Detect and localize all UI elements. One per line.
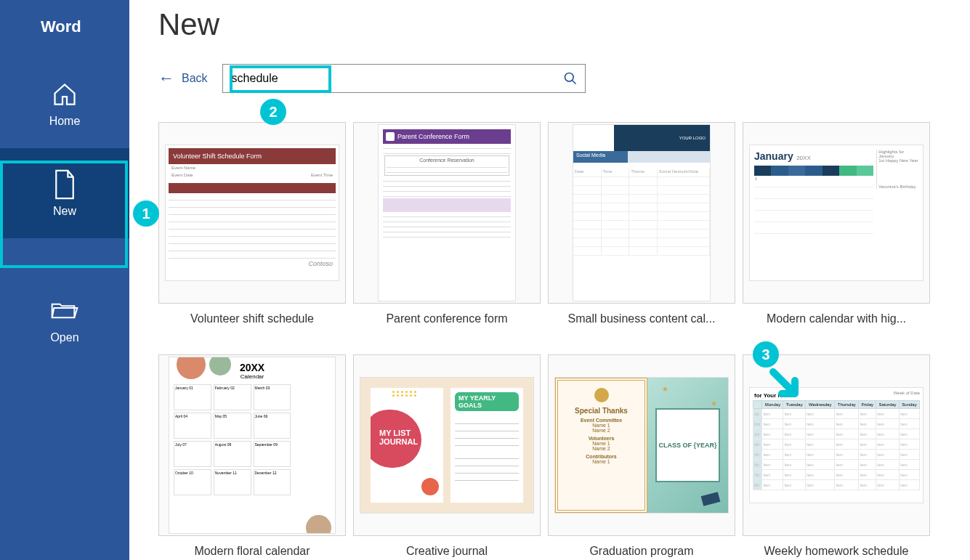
template-name: Weekly homework schedule [764, 545, 909, 558]
svg-point-0 [565, 73, 573, 82]
search-input[interactable] [223, 65, 556, 92]
template-name: Volunteer shift schedule [190, 312, 314, 325]
templates-grid: Volunteer Shift Schedule Form Event Name… [158, 122, 941, 558]
back-arrow-icon: ← [158, 69, 174, 88]
main-content: New ← Back Volunteer Shift Schedule Form [129, 0, 970, 560]
template-parent-conference-form[interactable]: Parent Conference Form Conference Reserv… [353, 122, 541, 325]
nav-label-new: New [53, 205, 76, 218]
template-thumbnail: YOUR LOGO Social Media DateTimeThemeSoci… [548, 122, 735, 304]
search-button[interactable] [556, 65, 585, 92]
search-icon [563, 71, 578, 86]
template-graduation-program[interactable]: Special Thanks Event Committee Name 1Nam… [548, 354, 735, 558]
document-icon [49, 169, 81, 200]
template-name: Graduation program [589, 545, 693, 558]
template-thumbnail: for Your NameWeek of Date MondayTuesdayW… [743, 354, 930, 536]
sidebar-item-home[interactable]: Home [0, 58, 129, 148]
back-label: Back [182, 72, 208, 85]
nav-label-home: Home [49, 115, 81, 128]
search-box [222, 64, 586, 93]
template-name: Small business content cal... [568, 312, 716, 325]
template-volunteer-shift-schedule[interactable]: Volunteer Shift Schedule Form Event Name… [158, 122, 346, 325]
template-name: Creative journal [406, 545, 488, 558]
template-name: Parent conference form [386, 312, 507, 325]
template-modern-calendar-highlights[interactable]: January 20XX 1 Highlights for January [743, 122, 930, 325]
sidebar-item-new[interactable]: New [0, 148, 129, 238]
home-icon [49, 78, 81, 110]
template-name: Modern floral calendar [194, 545, 310, 558]
template-thumbnail: Special Thanks Event Committee Name 1Nam… [548, 354, 735, 536]
template-modern-floral-calendar[interactable]: 20XX Calendar January 01February 02March… [158, 354, 346, 558]
nav-label-open: Open [50, 331, 78, 344]
template-thumbnail: Parent Conference Form Conference Reserv… [353, 122, 541, 304]
template-small-business-content-calendar[interactable]: YOUR LOGO Social Media DateTimeThemeSoci… [548, 122, 735, 325]
template-creative-journal[interactable]: MY LIST JOURNAL MY YEARLY GOALS Creative… [353, 354, 541, 558]
template-name: Modern calendar with hig... [767, 312, 906, 325]
svg-line-1 [572, 81, 575, 84]
sidebar-item-open[interactable]: Open [0, 275, 129, 365]
template-weekly-homework-schedule[interactable]: for Your NameWeek of Date MondayTuesdayW… [743, 354, 930, 558]
page-title: New [158, 7, 941, 42]
template-thumbnail: Volunteer Shift Schedule Form Event Name… [158, 122, 346, 304]
back-link[interactable]: ← Back [158, 69, 208, 88]
app-name: Word [0, 0, 129, 58]
template-thumbnail: January 20XX 1 Highlights for January [743, 122, 930, 304]
folder-open-icon [49, 295, 81, 327]
sidebar: Word Home New Open [0, 0, 129, 560]
search-row: ← Back [158, 64, 941, 93]
template-thumbnail: MY LIST JOURNAL MY YEARLY GOALS [353, 354, 541, 536]
template-thumbnail: 20XX Calendar January 01February 02March… [158, 354, 346, 536]
